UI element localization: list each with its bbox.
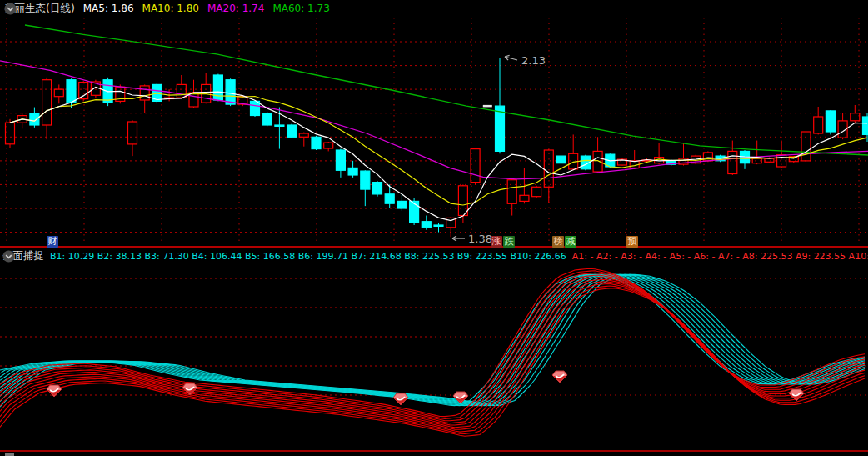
ma10-line [10, 93, 867, 205]
main-chart-header: 美丽生态(日线) MA5: 1.86 MA10: 1.80 MA20: 1.74… [4, 2, 330, 15]
gem-marker-icon [789, 389, 804, 401]
indicator-a-values: A1: - A2: - A3: - A4: - A5: - A6: - A7: … [572, 251, 868, 262]
bottom-border [0, 450, 868, 452]
news-badge[interactable]: 减 [565, 236, 576, 248]
chevron-down-icon[interactable] [4, 3, 17, 15]
news-badge[interactable]: 榜 [552, 236, 564, 248]
indicator-chart[interactable] [0, 247, 868, 456]
stock-chart-app: 2.131.38 美丽生态(日线) MA5: 1.86 MA10: 1.80 M… [0, 0, 868, 456]
price-annotation: 2.13 [521, 54, 546, 67]
gem-marker-icon [47, 385, 62, 397]
panel-splitter[interactable] [0, 246, 868, 248]
ma20-value: MA20: 1.74 [207, 3, 264, 14]
b-lines-ribbon [0, 274, 865, 407]
ma10-value: MA10: 1.80 [142, 3, 199, 14]
ma60-value: MA60: 1.73 [272, 3, 329, 14]
candles-layer [6, 58, 868, 237]
ma20-line [0, 61, 868, 179]
indicator-header: 全面捕捉 B1: 10.29 B2: 38.13 B3: 71.30 B4: 1… [2, 249, 868, 263]
ma5-value: MA5: 1.86 [83, 3, 134, 14]
gem-marker-icon [393, 393, 408, 405]
ma5-line [10, 88, 867, 221]
ma-lines-layer [0, 25, 868, 221]
gem-marker-icon [552, 371, 567, 383]
news-badge[interactable]: 跌 [503, 236, 515, 248]
candlestick-chart[interactable]: 2.131.38 [0, 0, 868, 247]
news-badge[interactable]: 涨 [491, 236, 502, 248]
news-badge[interactable]: 财 [47, 236, 58, 248]
news-badge[interactable]: 预 [626, 236, 638, 248]
price-annotation: 1.38 [468, 233, 492, 245]
chevron-down-icon[interactable] [2, 250, 15, 263]
grid-layer [0, 18, 868, 243]
indicator-b-values: B1: 10.29 B2: 38.13 B3: 71.30 B4: 106.44… [50, 251, 566, 262]
